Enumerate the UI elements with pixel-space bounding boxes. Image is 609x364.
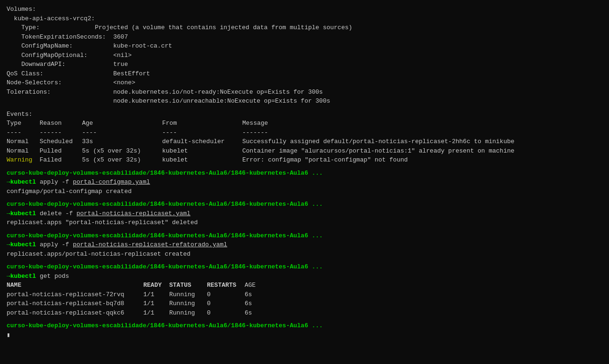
- pods-status-3: Running: [169, 308, 207, 318]
- events-sep-row: ---- ------ ---- ---- -------: [7, 128, 602, 138]
- pods-status-2: Running: [169, 299, 207, 308]
- pods-row-3: portal-noticias-replicaset-qqkc6 1/1 Run…: [7, 308, 602, 318]
- pods-row-2: portal-noticias-replicaset-bq7d8 1/1 Run…: [7, 299, 602, 308]
- event-age-3: 5s (x5 over 32s): [82, 155, 162, 165]
- col-type-sep: ----: [7, 128, 40, 138]
- pods-table: NAME READY STATUS RESTARTS AGE portal-no…: [7, 281, 602, 317]
- pods-name-1: portal-noticias-replicaset-72rvq: [7, 290, 143, 299]
- event-from-2: kubelet: [162, 146, 242, 156]
- vol-downwardapi: DownwardAPI: true: [7, 60, 602, 69]
- vol-type: Type: Projected (a volume that contains …: [7, 23, 602, 32]
- command-block-2: curso-kube-deploy-volumes-escabilidade/1…: [7, 200, 602, 227]
- cmd2-prompt: →kubectl delete -f portal-noticias-repli…: [7, 209, 602, 218]
- cmd4-prompt: →kubectl get pods: [7, 272, 602, 281]
- events-row-scheduled: Normal Scheduled 33s default-scheduler S…: [7, 137, 602, 146]
- pods-ready-2: 1/1: [143, 299, 169, 308]
- col-msg-header: Message: [242, 119, 268, 128]
- events-row-failed: Warning Failed 5s (x5 over 32s) kubelet …: [7, 155, 602, 165]
- events-table: Type Reason Age From Message ---- ------…: [7, 119, 602, 165]
- command-block-1: curso-kube-deploy-volumes-escabilidade/1…: [7, 169, 602, 196]
- pods-status-1: Running: [169, 290, 207, 299]
- event-msg-1: Successfully assigned default/portal-not…: [242, 137, 514, 146]
- vol-token: TokenExpirationSeconds: 3607: [7, 32, 602, 42]
- pods-col-status-header: STATUS: [169, 281, 207, 290]
- pods-age-2: 6s: [245, 299, 252, 308]
- event-age-1: 33s: [82, 137, 162, 146]
- cmd1-output: configmap/portal-configmap created: [7, 187, 602, 196]
- tolerations-line2: node.kubernetes.io/unreachable:NoExecute…: [7, 97, 602, 106]
- col-reason-sep: ------: [40, 128, 82, 138]
- pods-restarts-3: 0: [207, 308, 245, 318]
- col-from-header: From: [162, 119, 242, 128]
- event-from-3: kubelet: [162, 155, 242, 165]
- cmd2-output: replicaset.apps "portal-noticias-replica…: [7, 218, 602, 227]
- pods-ready-3: 1/1: [143, 308, 169, 318]
- pods-col-ready-header: READY: [143, 281, 169, 290]
- event-msg-2: Container image "aluracursos/portal-noti…: [242, 146, 514, 156]
- col-age-sep: ----: [82, 128, 162, 138]
- event-reason-2: Pulled: [40, 146, 82, 156]
- pods-row-1: portal-noticias-replicaset-72rvq 1/1 Run…: [7, 290, 602, 299]
- cmd3-dir: curso-kube-deploy-volumes-escabilidade/1…: [7, 231, 602, 241]
- pods-age-1: 6s: [245, 290, 252, 299]
- pods-ready-1: 1/1: [143, 290, 169, 299]
- pods-header-row: NAME READY STATUS RESTARTS AGE: [7, 281, 602, 290]
- events-label: Events:: [7, 110, 602, 119]
- cursor-line: ▮: [7, 331, 602, 340]
- pods-col-restarts-header: RESTARTS: [207, 281, 245, 290]
- event-reason-3: Failed: [40, 155, 82, 165]
- col-type-header: Type: [7, 119, 40, 128]
- event-type-2: Normal: [7, 146, 40, 156]
- command-block-3: curso-kube-deploy-volumes-escabilidade/1…: [7, 231, 602, 259]
- col-from-sep: ----: [162, 128, 242, 138]
- command-block-4: curso-kube-deploy-volumes-escabilidade/1…: [7, 262, 602, 317]
- last-dir: curso-kube-deploy-volumes-escabilidade/1…: [7, 321, 602, 331]
- event-age-2: 5s (x5 over 32s): [82, 146, 162, 156]
- events-row-pulled: Normal Pulled 5s (x5 over 32s) kubelet C…: [7, 146, 602, 156]
- events-header-row: Type Reason Age From Message: [7, 119, 602, 128]
- col-age-header: Age: [82, 119, 162, 128]
- pods-col-age-header: AGE: [245, 281, 255, 290]
- cmd1-prompt: →kubectl apply -f portal-configmap.yaml: [7, 178, 602, 187]
- node-selectors-line: Node-Selectors: <none>: [7, 78, 602, 88]
- pods-col-name-header: NAME: [7, 281, 143, 290]
- volumes-label: Volumes:: [7, 5, 602, 14]
- event-reason-1: Scheduled: [40, 137, 82, 146]
- event-type-3: Warning: [7, 155, 40, 165]
- pods-restarts-2: 0: [207, 299, 245, 308]
- event-msg-3: Error: configmap "portal-configmap" not …: [242, 155, 408, 165]
- pods-name-2: portal-noticias-replicaset-bq7d8: [7, 299, 143, 308]
- event-from-1: default-scheduler: [162, 137, 242, 146]
- event-type-1: Normal: [7, 137, 40, 146]
- col-reason-header: Reason: [40, 119, 82, 128]
- terminal: Volumes: kube-api-access-vrcq2: Type: Pr…: [7, 5, 602, 340]
- vol-configmapopt: ConfigMapOptional: <nil>: [7, 51, 602, 60]
- col-msg-sep: -------: [242, 128, 268, 138]
- cmd3-prompt: →kubectl apply -f portal-noticias-replic…: [7, 240, 602, 250]
- pods-name-3: portal-noticias-replicaset-qqkc6: [7, 308, 143, 318]
- cmd2-dir: curso-kube-deploy-volumes-escabilidade/1…: [7, 200, 602, 209]
- tolerations-label: Tolerations: node.kubernetes.io/not-read…: [7, 88, 602, 97]
- cmd4-dir: curso-kube-deploy-volumes-escabilidade/1…: [7, 262, 602, 272]
- qos-line: QoS Class: BestEffort: [7, 69, 602, 79]
- pods-age-3: 6s: [245, 308, 252, 318]
- cmd3-output: replicaset.apps/portal-noticias-replicas…: [7, 250, 602, 259]
- volume-name: kube-api-access-vrcq2:: [7, 14, 602, 24]
- pods-restarts-1: 0: [207, 290, 245, 299]
- vol-configmapname: ConfigMapName: kube-root-ca.crt: [7, 41, 602, 51]
- cmd1-dir: curso-kube-deploy-volumes-escabilidade/1…: [7, 169, 602, 178]
